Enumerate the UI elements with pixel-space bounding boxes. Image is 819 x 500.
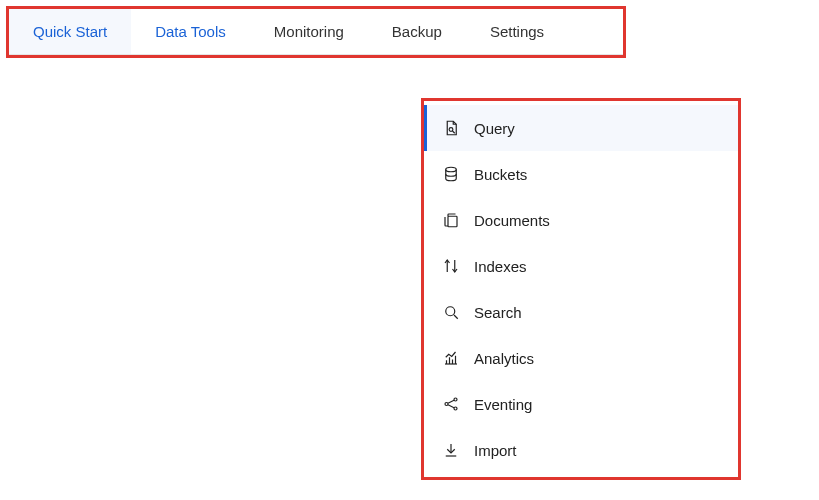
svg-point-3: [446, 307, 455, 316]
menu-item-label: Import: [474, 442, 517, 459]
tabbar-container: Quick Start Data Tools Monitoring Backup…: [6, 6, 626, 58]
tab-monitoring[interactable]: Monitoring: [250, 9, 368, 54]
tab-settings[interactable]: Settings: [466, 9, 568, 54]
search-icon: [442, 303, 460, 321]
menu-item-import[interactable]: Import: [424, 427, 738, 473]
menu-item-analytics[interactable]: Analytics: [424, 335, 738, 381]
svg-rect-2: [448, 216, 457, 227]
menu-item-label: Eventing: [474, 396, 532, 413]
tab-backup[interactable]: Backup: [368, 9, 466, 54]
menu-item-eventing[interactable]: Eventing: [424, 381, 738, 427]
data-tools-menu: Query Buckets Documents: [424, 101, 738, 477]
menu-item-label: Search: [474, 304, 522, 321]
menu-item-label: Analytics: [474, 350, 534, 367]
menu-item-label: Documents: [474, 212, 550, 229]
analytics-icon: [442, 349, 460, 367]
menu-item-search[interactable]: Search: [424, 289, 738, 335]
svg-point-1: [446, 167, 457, 172]
dropdown-container: Query Buckets Documents: [421, 98, 741, 480]
menu-item-query[interactable]: Query: [424, 105, 738, 151]
menu-item-indexes[interactable]: Indexes: [424, 243, 738, 289]
import-icon: [442, 441, 460, 459]
menu-item-buckets[interactable]: Buckets: [424, 151, 738, 197]
svg-point-4: [445, 403, 448, 406]
svg-point-0: [449, 128, 453, 132]
svg-point-6: [454, 407, 457, 410]
buckets-icon: [442, 165, 460, 183]
menu-item-label: Buckets: [474, 166, 527, 183]
menu-item-label: Indexes: [474, 258, 527, 275]
indexes-icon: [442, 257, 460, 275]
svg-point-5: [454, 398, 457, 401]
menu-item-documents[interactable]: Documents: [424, 197, 738, 243]
documents-icon: [442, 211, 460, 229]
tab-data-tools[interactable]: Data Tools: [131, 9, 250, 54]
tab-quick-start[interactable]: Quick Start: [9, 9, 131, 54]
eventing-icon: [442, 395, 460, 413]
tabbar: Quick Start Data Tools Monitoring Backup…: [9, 9, 623, 55]
query-icon: [442, 119, 460, 137]
menu-item-label: Query: [474, 120, 515, 137]
